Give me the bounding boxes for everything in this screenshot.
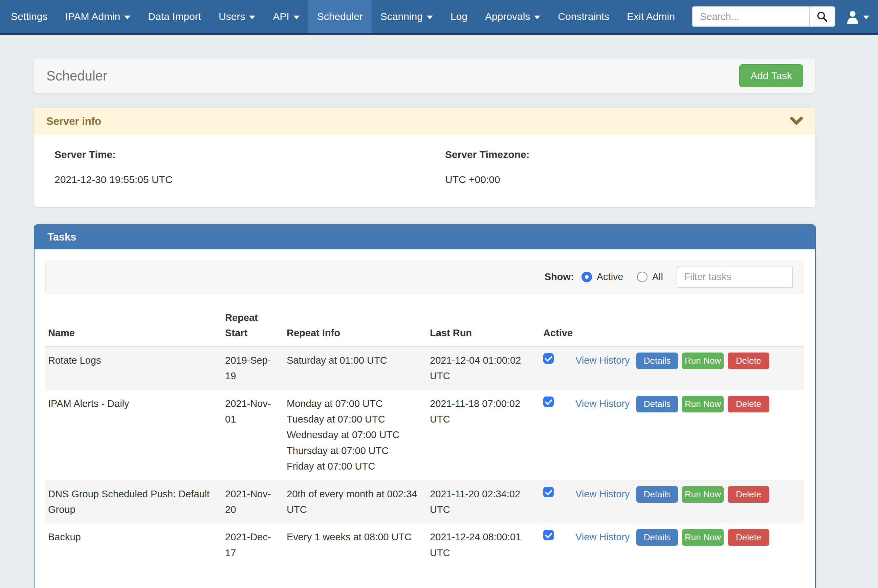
nav-item-constraints[interactable]: Constraints	[549, 0, 618, 33]
search-input[interactable]	[692, 6, 809, 27]
run-now-button[interactable]: Run Now	[682, 529, 723, 546]
view-history-link[interactable]: View History	[575, 489, 630, 500]
nav-item-label: IPAM Admin	[65, 11, 120, 22]
col-history-spacer	[573, 306, 633, 346]
task-name-cell: Backup	[45, 524, 222, 566]
repeat-info-line: Tuesday at 07:00 UTC	[287, 411, 425, 427]
active-checkbox[interactable]	[543, 530, 554, 540]
radio-active-label: Active	[597, 272, 623, 282]
nav-item-exit-admin[interactable]: Exit Admin	[618, 0, 684, 33]
col-active: Active	[540, 306, 573, 346]
task-actions-cell: DetailsRun NowDelete	[633, 524, 804, 566]
main-content: Scheduler Add Task Server info Server Ti…	[34, 58, 816, 588]
details-button[interactable]: Details	[636, 486, 678, 503]
nav-item-data-import[interactable]: Data Import	[139, 0, 210, 33]
nav-item-settings[interactable]: Settings	[2, 0, 56, 33]
task-last-run-cell: 2021-11-20 02:34:02 UTC	[427, 480, 540, 524]
view-history-link[interactable]: View History	[575, 531, 630, 542]
task-repeat-start-cell: 2019-Sep-19	[222, 346, 284, 390]
active-checkbox[interactable]	[543, 487, 554, 497]
repeat-info-line: Monday at 07:00 UTC	[287, 396, 425, 411]
task-name-cell: IPAM Alerts - Daily	[45, 390, 222, 480]
nav-item-users[interactable]: Users	[210, 0, 264, 33]
col-repeat-start: Repeat Start	[222, 306, 284, 346]
run-now-button[interactable]: Run Now	[682, 486, 723, 503]
radio-group-active: Active	[581, 272, 623, 282]
nav-item-label: Exit Admin	[627, 11, 675, 22]
task-name-cell: DNS Group Scheduled Push: Default Group	[45, 480, 222, 524]
radio-group-all: All	[637, 272, 663, 282]
task-row: Rotate Logs2019-Sep-19Saturday at 01:00 …	[45, 346, 804, 390]
repeat-info-line: 20th of every month at 002:34 UTC	[287, 486, 425, 518]
col-actions-spacer	[633, 306, 804, 346]
radio-all[interactable]	[637, 272, 647, 282]
delete-button[interactable]: Delete	[728, 486, 769, 503]
server-time-block: Server Time: 2021-12-30 19:55:05 UTC	[34, 149, 425, 207]
user-menu[interactable]	[842, 9, 873, 24]
details-button[interactable]: Details	[636, 396, 678, 412]
task-row: DNS Group Scheduled Push: Default Group2…	[45, 480, 804, 524]
run-now-button[interactable]: Run Now	[682, 396, 723, 412]
nav-item-scheduler[interactable]: Scheduler	[308, 0, 372, 33]
task-repeat-start-cell: 2021-Dec-17	[222, 524, 284, 566]
task-repeat-info-cell: Saturday at 01:00 UTC	[284, 346, 427, 390]
server-timezone-block: Server Timezone: UTC +00:00	[425, 149, 815, 207]
details-button[interactable]: Details	[636, 352, 678, 369]
col-last-run: Last Run	[427, 306, 540, 346]
active-checkbox[interactable]	[543, 353, 554, 364]
nav-item-ipam-admin[interactable]: IPAM Admin	[56, 0, 139, 33]
nav-items: Settings IPAM Admin Data Import Users AP…	[0, 0, 684, 33]
active-checkbox[interactable]	[543, 396, 554, 407]
show-label: Show:	[545, 272, 574, 282]
task-last-run-cell: 2021-11-18 07:00:02 UTC	[427, 390, 540, 480]
col-name: Name	[45, 306, 222, 346]
task-repeat-info-cell: Every 1 weeks at 08:00 UTC	[284, 524, 427, 566]
run-now-button[interactable]: Run Now	[682, 352, 723, 369]
task-history-cell: View History	[573, 524, 633, 566]
server-timezone-label: Server Timezone:	[445, 149, 815, 160]
nav-item-label: Log	[450, 11, 467, 22]
server-info-panel: Server info Server Time: 2021-12-30 19:5…	[34, 108, 816, 207]
nav-item-label: Approvals	[485, 11, 530, 22]
delete-button[interactable]: Delete	[728, 396, 769, 412]
server-info-title: Server info	[47, 116, 101, 128]
nav-item-label: Scheduler	[317, 11, 363, 22]
task-active-cell	[540, 524, 573, 566]
task-history-cell: View History	[573, 480, 633, 524]
view-history-link[interactable]: View History	[575, 398, 630, 409]
nav-item-label: API	[273, 11, 289, 22]
delete-button[interactable]: Delete	[728, 529, 769, 546]
search-button[interactable]	[809, 6, 835, 27]
tasks-title: Tasks	[47, 231, 77, 243]
server-time-value: 2021-12-30 19:55:05 UTC	[54, 174, 425, 185]
radio-active[interactable]	[581, 272, 592, 282]
task-repeat-info-cell: 20th of every month at 002:34 UTC	[284, 480, 427, 524]
nav-item-scanning[interactable]: Scanning	[372, 0, 442, 33]
user-icon	[845, 9, 860, 24]
caret-down-icon	[863, 16, 869, 19]
nav-item-api[interactable]: API	[264, 0, 308, 33]
tasks-table: Name Repeat Start Repeat Info Last Run A…	[45, 306, 804, 566]
nav-item-approvals[interactable]: Approvals	[476, 0, 549, 33]
repeat-info-line: Saturday at 01:00 UTC	[287, 352, 425, 368]
filter-tasks-input[interactable]	[677, 267, 793, 288]
tasks-panel-header: Tasks	[35, 225, 815, 249]
repeat-info-line: Every 1 weeks at 08:00 UTC	[287, 529, 425, 545]
server-info-body: Server Time: 2021-12-30 19:55:05 UTC Ser…	[34, 135, 815, 207]
scheduler-title-panel: Scheduler Add Task	[34, 58, 816, 93]
details-button[interactable]: Details	[636, 529, 678, 546]
task-row: Backup2021-Dec-17Every 1 weeks at 08:00 …	[45, 524, 804, 566]
nav-item-log[interactable]: Log	[442, 0, 476, 33]
task-last-run-cell: 2021-12-04 01:00:02 UTC	[427, 346, 540, 390]
nav-item-label: Data Import	[148, 11, 201, 22]
search-icon	[816, 10, 828, 22]
task-repeat-start-cell: 2021-Nov-01	[222, 390, 284, 480]
view-history-link[interactable]: View History	[575, 355, 630, 366]
task-history-cell: View History	[573, 346, 633, 390]
task-active-cell	[540, 346, 573, 390]
nav-item-label: Settings	[11, 11, 47, 22]
chevron-down-icon[interactable]	[789, 117, 803, 126]
delete-button[interactable]: Delete	[728, 352, 769, 369]
add-task-button[interactable]: Add Task	[739, 64, 803, 87]
server-info-header[interactable]: Server info	[34, 108, 815, 135]
